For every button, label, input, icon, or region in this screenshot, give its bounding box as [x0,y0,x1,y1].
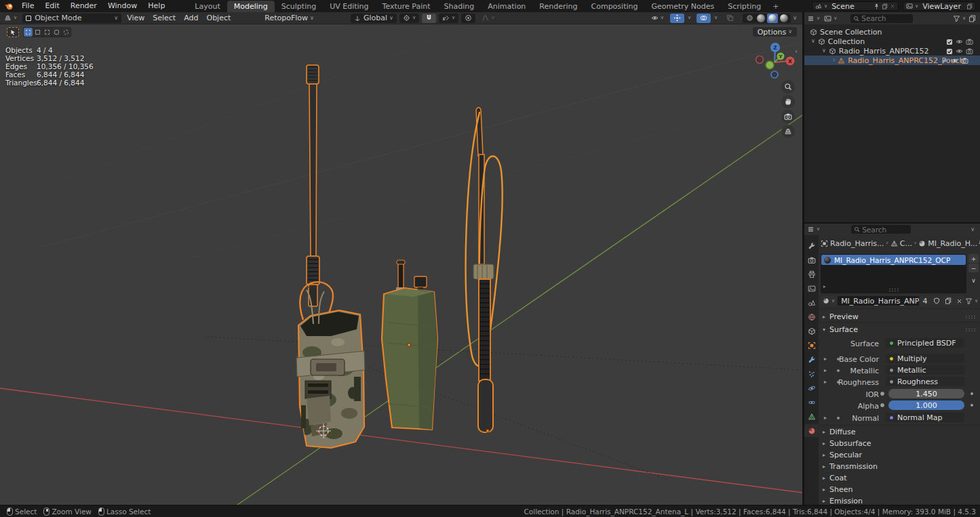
breadcrumb-material[interactable]: MI_Radio_H... [928,239,977,248]
xray-toggle[interactable] [723,14,737,23]
resize-grip[interactable] [888,288,899,291]
pan-view-button[interactable] [781,95,795,108]
expand-icon[interactable]: ∨ [822,48,826,54]
tab-scene[interactable] [804,296,819,309]
metallic-field[interactable]: Metallic [886,365,964,375]
select-box-tool-button[interactable] [24,28,33,37]
snap-toggle[interactable] [422,14,436,23]
viewlayer-selector[interactable]: ∨ ViewLayer [903,1,976,11]
panel-sheen[interactable]: ▸Sheen [819,484,980,495]
blender-logo-icon[interactable] [4,1,14,11]
tab-view-layer[interactable] [804,282,819,295]
disable-render-icon[interactable] [961,57,968,64]
new-collection-button[interactable] [967,12,980,24]
viewport-canvas[interactable]: Objects4 / 4 Vertices3,512 / 3,512 Edges… [0,24,802,505]
panel-specular[interactable]: ▸Specular [819,449,980,460]
breadcrumb-data[interactable]: C... [900,239,912,248]
roughness-field[interactable]: Roughness [886,377,964,386]
panel-preview[interactable]: ▸ Preview [819,311,980,322]
surface-shader-field[interactable]: Principled BSDF [886,338,964,348]
menu-edit[interactable]: Edit [39,0,64,12]
outliner-row-collection[interactable]: ∨ Collection [804,37,980,46]
tab-world[interactable] [804,310,819,323]
tab-uv-editing[interactable]: UV Editing [323,1,375,12]
tab-compositing[interactable]: Compositing [585,1,645,12]
base-color-field[interactable]: Multiply [886,354,964,363]
normal-field[interactable]: Normal Map [886,413,964,422]
menu-help[interactable]: Help [142,0,170,12]
alpha-slider[interactable]: 1.000 [888,400,964,410]
properties-search-input[interactable] [862,226,909,234]
editor-type-selector[interactable]: ∨ [804,224,823,236]
tab-geometry-nodes[interactable]: Geometry Nodes [644,1,721,12]
tab-object-data[interactable] [804,410,819,423]
tab-particles[interactable] [804,367,819,380]
copy-icon[interactable] [882,3,888,9]
expand-icon[interactable]: › [833,58,835,63]
copy-icon[interactable] [966,3,973,9]
add-slot-button[interactable]: + [968,254,979,263]
orientation-dropdown[interactable]: Global ∨ [351,14,397,23]
tab-tool[interactable] [804,239,819,252]
select-tool-button[interactable] [33,28,42,37]
orthographic-toggle-button[interactable] [781,125,795,138]
tab-shading[interactable]: Shading [437,1,482,12]
browse-material-button[interactable]: ∨ [821,296,837,306]
fake-user-shield-button[interactable] [931,296,942,306]
panel-grip[interactable] [965,315,976,318]
proportional-falloff-dropdown[interactable]: ∨ [478,14,498,23]
panel-subsurface[interactable]: ▸Subsurface [819,438,980,449]
tab-texture-paint[interactable]: Texture Paint [376,1,437,12]
pin-icon[interactable] [977,240,980,247]
menu-retopoflow[interactable]: RetopoFlow ∨ [260,12,318,24]
slot-specials-dropdown[interactable]: ∨ [968,276,979,285]
menu-view[interactable]: View [123,12,149,24]
material-name-field[interactable]: MI_Radio_Harris_ANPRC152... [838,296,919,306]
disable-render-icon[interactable] [966,38,973,45]
material-slot-list[interactable]: MI_Radio_Harris_ANPRC152_OCP ▸ [821,254,966,293]
tab-physics[interactable] [804,381,819,394]
exclude-checkbox[interactable] [946,48,953,55]
breadcrumb-object[interactable]: Radio_Harris... [830,239,884,248]
shading-solid-button[interactable] [756,14,766,23]
menu-add[interactable]: Add [180,12,202,24]
remove-slot-button[interactable]: − [968,264,979,272]
shading-rendered-button[interactable] [779,14,789,23]
close-icon[interactable] [890,3,895,9]
decorator-dot-icon[interactable] [971,404,973,407]
menu-select[interactable]: Select [149,12,180,24]
select-tool-button[interactable] [62,28,71,37]
overlays-toggle[interactable] [697,14,711,23]
expand-icon[interactable]: ∨ [811,39,815,44]
panel-surface[interactable]: ▾ Surface [819,324,980,335]
outliner-row-scene-collection[interactable]: Scene Collection [804,27,980,37]
panel-transmission[interactable]: ▸Transmission [819,461,980,472]
outliner-row-radio-collection[interactable]: ∨ Radio_Harris_ANPRC152 [804,46,980,56]
properties-search[interactable] [851,225,911,234]
tab-layout[interactable]: Layout [188,1,227,12]
chevron-down-icon[interactable]: ∨ [971,227,975,232]
tab-object[interactable] [804,339,819,352]
hide-eye-icon[interactable] [956,47,963,55]
menu-render[interactable]: Render [65,0,102,12]
hide-eye-icon[interactable] [951,57,958,64]
filter-dropdown[interactable]: ∨ [952,12,967,24]
material-slot-active[interactable]: MI_Radio_Harris_ANPRC152_OCP [821,255,966,265]
unlink-material-button[interactable] [954,296,964,306]
socket-icon[interactable] [880,402,885,408]
outliner-search[interactable] [850,14,913,23]
tweak-tool-button[interactable] [7,27,19,37]
ior-slider[interactable]: 1.450 [888,389,964,398]
tab-modeling[interactable]: Modeling [227,1,275,12]
show-gizmo-dropdown[interactable]: ∨ [648,14,667,23]
tab-modifiers[interactable] [804,353,819,366]
tab-output[interactable] [804,268,819,281]
camera-view-button[interactable] [781,110,795,123]
tab-constraints[interactable] [804,396,819,409]
scene-selector[interactable]: ∨ Scene [812,1,899,11]
hide-eye-icon[interactable] [956,38,963,45]
display-mode-dropdown[interactable]: ∨ [823,12,838,24]
tab-animation[interactable]: Animation [481,1,532,12]
panel-coat[interactable]: ▸Coat [819,472,980,483]
editor-type-selector[interactable]: ∨ [0,12,21,24]
